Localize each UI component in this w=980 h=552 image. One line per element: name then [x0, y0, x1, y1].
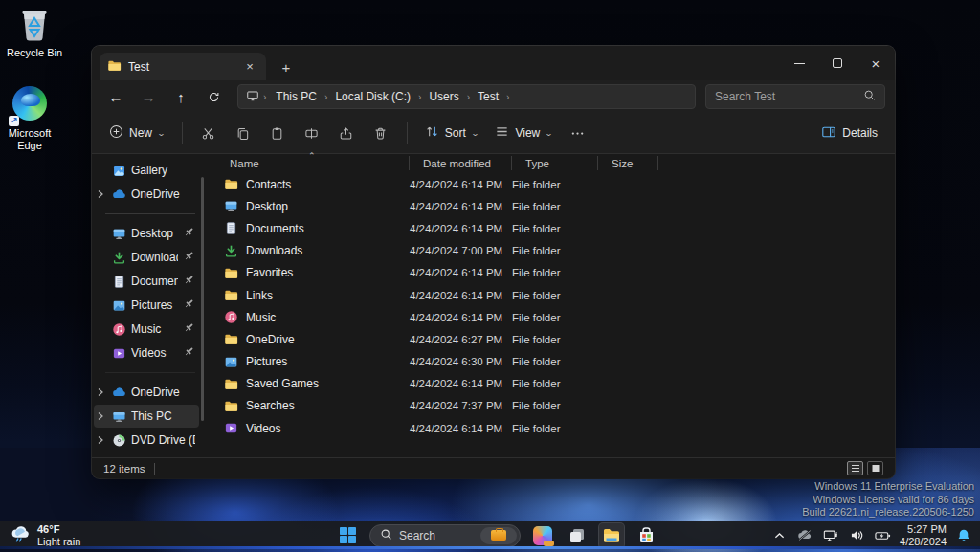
date-modified: 4/24/2024 6:14 PM [410, 312, 512, 323]
gallery-icon [111, 164, 126, 178]
folder-icon [224, 266, 238, 280]
close-button[interactable]: × [857, 49, 895, 77]
desktop-icon-edge[interactable]: ↗ Microsoft Edge [0, 84, 64, 152]
sidebar-item-videos[interactable]: Videos [94, 342, 199, 364]
sidebar-item-downloads[interactable]: Downloads [94, 246, 199, 269]
copy-button[interactable] [227, 119, 259, 147]
copilot-taskbar-icon[interactable] [530, 523, 555, 548]
chevron-right-icon[interactable] [94, 411, 106, 421]
rename-button[interactable] [296, 119, 328, 147]
up-button[interactable]: ↑ [167, 84, 195, 109]
view-button-label: View [515, 126, 540, 140]
details-view-toggle[interactable] [847, 461, 863, 475]
table-row[interactable]: Contacts4/24/2024 6:14 PMFile folder [216, 173, 895, 195]
folder-icon [224, 399, 238, 413]
column-header-type[interactable]: Type [512, 154, 598, 173]
details-button[interactable]: Details [813, 119, 885, 147]
table-row[interactable]: Favorites4/24/2024 6:14 PMFile folder [216, 262, 895, 284]
sidebar-item-this-pc[interactable]: This PC [94, 405, 199, 428]
sidebar-item-music[interactable]: Music [94, 318, 199, 341]
folder-icon [224, 377, 238, 391]
sort-button[interactable]: Sort ⌄ [417, 119, 486, 147]
table-row[interactable]: Videos4/24/2024 6:14 PMFile folder [216, 417, 895, 439]
hidden-icons-chevron[interactable] [770, 532, 788, 540]
file-type: File folder [512, 201, 598, 212]
navigation-pane: GalleryOneDrive DesktopDownloadsDocument… [92, 154, 209, 457]
address-bar[interactable]: › This PC›Local Disk (C:)›Users›Test› [237, 84, 696, 109]
table-row[interactable]: Pictures4/24/2024 6:30 PMFile folder [216, 351, 895, 373]
plus-circle-icon [109, 124, 123, 142]
taskbar-clock[interactable]: 5:27 PM 4/28/2024 [900, 523, 947, 548]
back-button[interactable]: ← [101, 84, 130, 109]
sidebar-item-dvd-drive-d-c[interactable]: DVD Drive (D:) C [94, 429, 199, 452]
sidebar-item-label: OneDrive [131, 386, 195, 399]
sidebar-item-label: Music [131, 322, 178, 336]
onedrive-paused-icon[interactable] [796, 529, 813, 541]
view-button[interactable]: View ⌄ [487, 119, 560, 147]
sidebar-scrollbar[interactable] [201, 177, 204, 421]
column-header-name[interactable]: Name ⌃ [216, 154, 410, 173]
table-row[interactable]: Desktop4/24/2024 6:14 PMFile folder [216, 195, 895, 217]
sidebar-item-label: OneDrive [131, 188, 195, 201]
cut-button[interactable] [192, 119, 225, 147]
task-view-icon[interactable] [565, 523, 590, 548]
details-button-label: Details [842, 126, 878, 140]
chevron-right-icon[interactable] [94, 435, 106, 445]
sidebar-item-desktop[interactable]: Desktop [94, 222, 199, 245]
table-row[interactable]: OneDrive4/24/2024 6:27 PMFile folder [216, 328, 895, 350]
sidebar-item-documents[interactable]: Documents [94, 270, 199, 293]
tab-close-icon[interactable]: × [241, 58, 258, 76]
search-box[interactable]: Search Test [705, 84, 885, 109]
battery-icon[interactable] [874, 530, 891, 541]
refresh-button[interactable] [199, 84, 228, 109]
table-row[interactable]: Links4/24/2024 6:14 PMFile folder [216, 284, 895, 306]
titlebar[interactable]: Test × + × [92, 46, 895, 80]
breadcrumb-chevron-icon[interactable]: › [465, 92, 472, 102]
see-more-button[interactable] [562, 119, 594, 147]
forward-button[interactable]: → [134, 84, 163, 109]
network-icon[interactable] [822, 529, 839, 542]
large-icons-view-toggle[interactable] [867, 461, 883, 475]
notification-bell-icon[interactable] [955, 528, 972, 542]
file-name: Music [246, 311, 276, 324]
breadcrumb-item[interactable]: Test [472, 88, 504, 105]
weather-widget[interactable]: 46°F Light rain [0, 523, 134, 548]
file-name: Videos [246, 422, 280, 435]
sidebar-item-gallery[interactable]: Gallery [94, 159, 199, 182]
breadcrumb-item[interactable]: Users [423, 88, 464, 105]
table-row[interactable]: Saved Games4/24/2024 6:14 PMFile folder [216, 373, 895, 395]
search-highlight-icon[interactable] [480, 527, 517, 544]
new-button[interactable]: New ⌄ [101, 119, 172, 147]
column-header-date[interactable]: Date modified [410, 154, 512, 173]
shortcut-arrow-icon: ↗ [9, 116, 19, 126]
maximize-button[interactable] [818, 49, 857, 77]
taskbar-search[interactable]: Search [369, 524, 521, 547]
breadcrumb-chevron-icon[interactable]: › [323, 92, 329, 102]
new-tab-button[interactable]: + [278, 58, 295, 76]
file-explorer-taskbar-icon[interactable] [599, 523, 624, 548]
breadcrumb-chevron-icon[interactable]: › [504, 92, 511, 102]
paste-button[interactable] [261, 119, 294, 147]
chevron-right-icon[interactable] [94, 387, 106, 397]
desktop-icon-recycle-bin[interactable]: Recycle Bin [0, 6, 69, 59]
share-button[interactable] [330, 119, 363, 147]
table-row[interactable]: Downloads4/24/2024 7:00 PMFile folder [216, 240, 895, 262]
minimize-button[interactable] [780, 49, 818, 77]
chevron-right-icon[interactable] [94, 189, 106, 199]
breadcrumb-chevron-icon[interactable]: › [416, 92, 423, 102]
pin-icon [183, 226, 195, 241]
table-row[interactable]: Documents4/24/2024 6:14 PMFile folder [216, 217, 895, 239]
explorer-tab[interactable]: Test × [100, 53, 266, 80]
volume-icon[interactable] [848, 529, 865, 541]
sidebar-item-onedrive[interactable]: OneDrive [94, 183, 199, 206]
breadcrumb-item[interactable]: This PC [270, 88, 323, 105]
table-row[interactable]: Music4/24/2024 6:14 PMFile folder [216, 306, 895, 328]
breadcrumb-item[interactable]: Local Disk (C:) [329, 88, 416, 105]
start-button[interactable] [335, 523, 360, 548]
delete-button[interactable] [365, 119, 397, 147]
microsoft-store-icon[interactable] [634, 523, 658, 548]
column-header-size[interactable]: Size [598, 154, 658, 173]
sidebar-item-pictures[interactable]: Pictures [94, 294, 199, 317]
table-row[interactable]: Searches4/24/2024 7:37 PMFile folder [216, 395, 895, 417]
sidebar-item-onedrive[interactable]: OneDrive [94, 381, 199, 404]
